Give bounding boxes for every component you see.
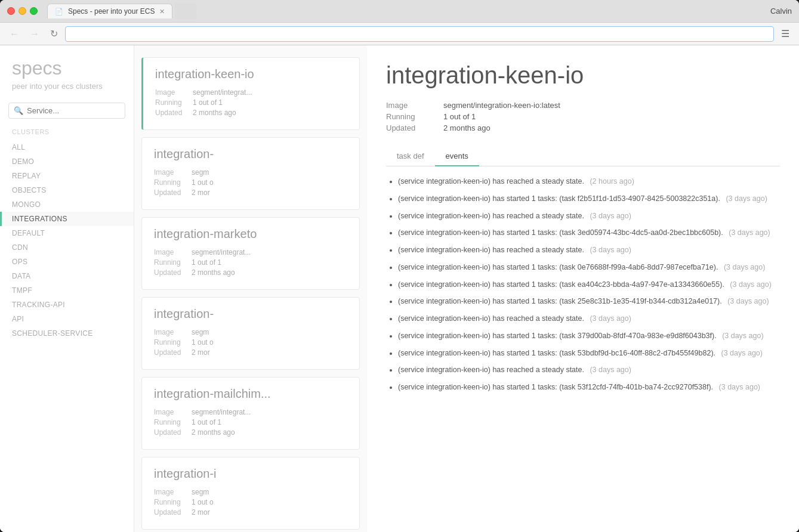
minimize-button[interactable] xyxy=(18,7,26,15)
menu-button[interactable]: ☰ xyxy=(778,26,793,42)
address-input[interactable] xyxy=(65,26,774,42)
card-value-image-5: segm xyxy=(192,488,209,496)
card-label-image-3: Image xyxy=(154,328,187,336)
sidebar-item-mongo[interactable]: MONGO xyxy=(0,197,134,212)
tab-task-def[interactable]: task def xyxy=(386,147,435,166)
sidebar-item-tracking-api[interactable]: TRACKING-API xyxy=(0,298,134,312)
event-time-6: (3 days ago) xyxy=(730,280,771,289)
close-button[interactable] xyxy=(7,7,15,15)
browser-tab[interactable]: 📄 Specs - peer into your ECS ✕ xyxy=(47,4,172,18)
app-content: specs peer into your ecs clusters 🔍 CLUS… xyxy=(0,45,799,532)
card-label-updated-4: Updated xyxy=(154,428,187,437)
sidebar-item-demo[interactable]: DEMO xyxy=(0,154,134,169)
card-value-running-3: 1 out o xyxy=(192,338,214,347)
running-meta-value: 1 out of 1 xyxy=(443,112,780,121)
sidebar-item-all[interactable]: ALL xyxy=(0,140,134,154)
card-row-updated-1: Updated 2 mor xyxy=(154,188,347,197)
sidebar-item-objects[interactable]: OBJECTS xyxy=(0,183,134,197)
card-value-image-4: segment/integrat... xyxy=(192,408,251,416)
card-value-running-2: 1 out of 1 xyxy=(192,258,221,267)
card-value-running-4: 1 out of 1 xyxy=(192,418,221,426)
card-label-image-0: Image xyxy=(155,88,188,97)
sidebar-item-scheduler-service[interactable]: SCHEDULER-SERVICE xyxy=(0,326,134,341)
event-item-5: (service integration-keen-io) has starte… xyxy=(398,262,780,273)
updated-meta-value: 2 months ago xyxy=(443,123,780,132)
card-row-updated-5: Updated 2 mor xyxy=(154,508,347,516)
search-box: 🔍 xyxy=(8,103,125,119)
new-tab-button[interactable] xyxy=(175,3,196,20)
card-title-5: integration-i xyxy=(154,467,347,481)
event-item-2: (service integration-keen-io) has reache… xyxy=(398,211,780,222)
maximize-button[interactable] xyxy=(30,7,38,15)
card-row-image-5: Image segm xyxy=(154,488,347,496)
image-meta-value: segment/integration-keen-io:latest xyxy=(443,101,780,110)
sidebar-item-tmpf[interactable]: TMPF xyxy=(0,283,134,298)
sidebar-item-default[interactable]: DEFAULT xyxy=(0,226,134,240)
search-icon: 🔍 xyxy=(14,106,23,115)
tab-bar: 📄 Specs - peer into your ECS ✕ xyxy=(47,3,766,20)
card-value-running-5: 1 out o xyxy=(192,498,214,506)
event-time-10: (3 days ago) xyxy=(721,349,763,357)
event-time-4: (3 days ago) xyxy=(590,246,631,254)
card-value-image-2: segment/integrat... xyxy=(192,248,251,256)
sidebar-item-api[interactable]: API xyxy=(0,312,134,326)
card-value-image-1: segm xyxy=(192,168,209,177)
search-input[interactable] xyxy=(27,106,120,115)
reload-button[interactable]: ↻ xyxy=(47,26,61,42)
detail-panel: integration-keen-io Image segment/integr… xyxy=(367,45,799,532)
tab-title: Specs - peer into your ECS xyxy=(68,7,155,16)
card-value-updated-2: 2 months ago xyxy=(192,268,235,277)
updated-meta-label: Updated xyxy=(386,123,434,132)
main-area: integration-keen-io Image segment/integr… xyxy=(134,45,799,532)
card-value-running-0: 1 out of 1 xyxy=(193,98,223,107)
sidebar-item-cdn[interactable]: CDN xyxy=(0,240,134,255)
forward-button[interactable]: → xyxy=(26,26,43,42)
sidebar-item-replay[interactable]: REPLAY xyxy=(0,169,134,183)
card-label-running-1: Running xyxy=(154,178,187,187)
card-row-image-4: Image segment/integrat... xyxy=(154,408,347,416)
card-label-updated-2: Updated xyxy=(154,268,187,277)
app-title: specs xyxy=(0,57,134,82)
traffic-lights xyxy=(7,7,38,15)
image-meta-label: Image xyxy=(386,101,434,110)
sidebar-item-data[interactable]: DATA xyxy=(0,269,134,283)
card-label-running-2: Running xyxy=(154,258,187,267)
detail-title: integration-keen-io xyxy=(386,62,780,89)
card-label-running-4: Running xyxy=(154,418,187,426)
detail-meta: Image segment/integration-keen-io:latest… xyxy=(386,101,780,132)
card-title-0: integration-keen-io xyxy=(155,67,347,81)
service-card-4[interactable]: integration-mailchim... Image segment/in… xyxy=(141,377,360,450)
card-row-updated-0: Updated 2 months ago xyxy=(155,109,347,117)
event-time-0: (2 hours ago) xyxy=(590,177,634,185)
browser-window: 📄 Specs - peer into your ECS ✕ Calvin ← … xyxy=(0,0,799,532)
event-item-0: (service integration-keen-io) has reache… xyxy=(398,176,780,187)
event-item-6: (service integration-keen-io) has starte… xyxy=(398,279,780,290)
card-label-updated-1: Updated xyxy=(154,188,187,197)
card-row-updated-3: Updated 2 mor xyxy=(154,348,347,357)
card-label-updated-5: Updated xyxy=(154,508,187,516)
card-label-running-5: Running xyxy=(154,498,187,506)
event-time-11: (3 days ago) xyxy=(590,366,631,374)
service-card-2[interactable]: integration-marketo Image segment/integr… xyxy=(141,217,360,290)
card-label-image-5: Image xyxy=(154,488,187,496)
event-time-5: (3 days ago) xyxy=(724,263,765,271)
tab-favicon: 📄 xyxy=(55,8,63,16)
card-row-running-3: Running 1 out o xyxy=(154,338,347,347)
card-label-updated-0: Updated xyxy=(155,109,188,117)
service-card-3[interactable]: integration- Image segm Running 1 out o … xyxy=(141,297,360,370)
sidebar-item-integrations[interactable]: INTEGRATIONS xyxy=(0,212,134,226)
service-card-1[interactable]: integration- Image segm Running 1 out o … xyxy=(141,137,360,210)
sidebar-item-ops[interactable]: OPS xyxy=(0,255,134,269)
tab-events[interactable]: events xyxy=(435,147,479,166)
event-item-1: (service integration-keen-io) has starte… xyxy=(398,193,780,205)
app-subtitle: peer into your ecs clusters xyxy=(0,82,134,103)
service-card-0[interactable]: integration-keen-io Image segment/integr… xyxy=(141,57,360,130)
tab-close-icon[interactable]: ✕ xyxy=(159,8,165,16)
clusters-label: CLUSTERS xyxy=(0,128,134,140)
back-button[interactable]: ← xyxy=(6,26,23,42)
user-badge: Calvin xyxy=(770,7,792,16)
card-label-running-0: Running xyxy=(155,98,188,107)
card-value-updated-1: 2 mor xyxy=(192,188,210,197)
card-label-image-1: Image xyxy=(154,168,187,177)
service-card-5[interactable]: integration-i Image segm Running 1 out o… xyxy=(141,457,360,530)
